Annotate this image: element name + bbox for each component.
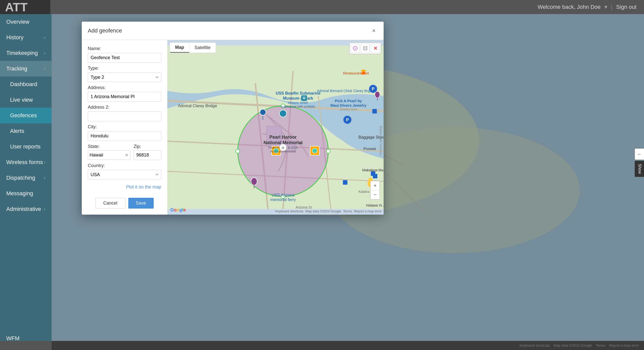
zip-col: Zip: bbox=[134, 144, 161, 160]
sidebar-item-dashboard[interactable]: Dashboard bbox=[0, 76, 52, 92]
address-label: Address: bbox=[88, 85, 161, 90]
city-input[interactable] bbox=[88, 131, 161, 141]
address2-input[interactable] bbox=[88, 111, 161, 121]
type-label: Type: bbox=[88, 66, 161, 71]
svg-text:memorial ferry: memorial ferry bbox=[270, 198, 296, 202]
sidebar: Overview History › Timekeeping › Trackin… bbox=[0, 14, 52, 350]
address-input[interactable] bbox=[88, 92, 161, 102]
svg-point-6 bbox=[354, 48, 356, 49]
map-svg: USS Bowfin Submarine Museum & Park Histo… bbox=[167, 40, 384, 215]
sidebar-item-dispatching[interactable]: Dispatching › bbox=[0, 170, 52, 186]
sidebar-label-overview: Overview bbox=[6, 19, 29, 25]
city-label: City: bbox=[88, 124, 161, 130]
signout-link[interactable]: Sign out bbox=[616, 4, 636, 10]
terms-link[interactable]: Terms bbox=[343, 209, 352, 213]
svg-text:USS Arizona: USS Arizona bbox=[272, 193, 295, 197]
country-field-group: Country: USA Canada Mexico bbox=[88, 163, 161, 179]
welcome-dropdown-icon[interactable]: ▾ bbox=[605, 4, 607, 10]
sidebar-item-tracking[interactable]: Tracking › bbox=[0, 61, 52, 76]
app-container: ATT Welcome back, John Doe ▾ | Sign out … bbox=[0, 0, 644, 350]
svg-text:USS Bowfin Submarine: USS Bowfin Submarine bbox=[276, 91, 320, 95]
sidebar-label-dashboard: Dashboard bbox=[10, 81, 37, 88]
svg-text:Maui Divers Jewelry: Maui Divers Jewelry bbox=[330, 103, 367, 107]
back-arrow-button[interactable]: ← bbox=[635, 148, 644, 160]
type-select[interactable]: Type 1 Type 2 Type 3 bbox=[88, 72, 161, 82]
zip-input[interactable] bbox=[134, 150, 161, 160]
state-clear-icon[interactable]: ✕ bbox=[123, 153, 130, 158]
state-col: State: Hawaii Alaska California ✕ bbox=[88, 144, 131, 160]
show-button[interactable]: Show bbox=[635, 161, 644, 177]
svg-text:Puuwai: Puuwai bbox=[364, 146, 376, 151]
state-label: State: bbox=[88, 144, 131, 149]
app-logo: ATT bbox=[5, 0, 28, 14]
chevron-right-icon: › bbox=[44, 176, 45, 180]
chevron-right-icon: › bbox=[44, 51, 45, 55]
keyboard-shortcuts[interactable]: Keyboard shortcuts bbox=[275, 209, 303, 213]
google-logo: Google bbox=[170, 207, 186, 213]
chevron-right-icon: › bbox=[44, 207, 45, 211]
sidebar-label-user-reports: User reports bbox=[10, 143, 41, 150]
top-separator: | bbox=[611, 4, 613, 10]
modal-title: Add geofence bbox=[88, 27, 122, 34]
map-panel: Map Satellite bbox=[167, 40, 384, 215]
svg-text:Battery Park Underpa...: Battery Park Underpa... bbox=[379, 126, 383, 158]
svg-text:Halawa Vi...: Halawa Vi... bbox=[366, 203, 384, 207]
chevron-right-icon: › bbox=[44, 160, 45, 165]
plot-on-map-link[interactable]: Plot it on the map bbox=[88, 184, 161, 190]
sidebar-label-timekeeping: Timekeeping bbox=[6, 50, 38, 56]
zoom-in-button[interactable]: + bbox=[371, 181, 380, 190]
svg-text:Museum & Park: Museum & Park bbox=[283, 96, 313, 100]
sidebar-item-user-reports[interactable]: User reports bbox=[0, 139, 52, 154]
sidebar-item-overview[interactable]: Overview bbox=[0, 14, 52, 30]
sidebar-item-administrative[interactable]: Administrative › bbox=[0, 201, 52, 217]
top-bar-right: Welcome back, John Doe ▾ | Sign out bbox=[538, 4, 636, 10]
right-panel: ← Show bbox=[635, 148, 644, 177]
address2-label: Address 2: bbox=[88, 105, 161, 110]
cancel-button[interactable]: Cancel bbox=[95, 198, 125, 209]
svg-text:Admiral Bernard Chick Clarey B: Admiral Bernard Chick Clarey Brg bbox=[317, 89, 370, 93]
delete-tool-button[interactable]: ✕ bbox=[371, 44, 380, 53]
chevron-right-icon: › bbox=[44, 66, 45, 71]
svg-text:♻: ♻ bbox=[281, 146, 285, 150]
sidebar-item-alerts[interactable]: Alerts bbox=[0, 123, 52, 139]
save-button[interactable]: Save bbox=[128, 198, 154, 209]
map-zoom-controls: + − bbox=[370, 181, 380, 200]
sidebar-item-history[interactable]: History › bbox=[0, 30, 52, 45]
sidebar-item-wireless-forms[interactable]: Wireless forms › bbox=[0, 154, 52, 170]
svg-point-61 bbox=[251, 178, 257, 185]
country-select[interactable]: USA Canada Mexico bbox=[88, 170, 161, 179]
svg-point-27 bbox=[312, 148, 317, 153]
address2-field-group: Address 2: bbox=[88, 105, 161, 121]
sidebar-label-messaging: Messaging bbox=[6, 190, 33, 197]
add-geofence-modal: Add geofence × Name: Type: bbox=[82, 22, 384, 215]
zoom-out-button[interactable]: − bbox=[371, 190, 380, 199]
sidebar-item-live-view[interactable]: Live view bbox=[0, 92, 52, 108]
country-label: Country: bbox=[88, 163, 161, 168]
svg-text:Jewelry store: Jewelry store bbox=[340, 108, 357, 111]
svg-rect-54 bbox=[372, 109, 377, 113]
name-field-group: Name: bbox=[88, 46, 161, 63]
sidebar-item-messaging[interactable]: Messaging bbox=[0, 186, 52, 201]
form-panel: Name: Type: Type 1 Type 2 Type 3 bbox=[82, 40, 167, 215]
modal-close-button[interactable]: × bbox=[370, 26, 378, 35]
svg-rect-7 bbox=[364, 47, 367, 50]
name-input[interactable] bbox=[88, 53, 161, 63]
sidebar-item-timekeeping[interactable]: Timekeeping › bbox=[0, 45, 52, 61]
content-area: Add geofence × Name: Type: bbox=[52, 14, 644, 350]
report-error-link[interactable]: Report a map error bbox=[354, 209, 382, 213]
svg-point-51 bbox=[260, 109, 266, 115]
top-bar: ATT Welcome back, John Doe ▾ | Sign out bbox=[0, 0, 644, 14]
polygon-tool-button[interactable] bbox=[361, 44, 370, 53]
map-toolbar: ✕ bbox=[349, 43, 381, 54]
welcome-text: Welcome back, John Doe bbox=[538, 4, 600, 10]
svg-text:submarine with exhibits: submarine with exhibits bbox=[281, 105, 315, 108]
state-select[interactable]: Hawaii Alaska California bbox=[88, 150, 123, 160]
svg-text:P: P bbox=[346, 118, 349, 122]
sidebar-label-alerts: Alerts bbox=[10, 128, 24, 134]
circle-tool-button[interactable] bbox=[351, 44, 360, 53]
tab-satellite[interactable]: Satellite bbox=[189, 43, 216, 53]
tab-map[interactable]: Map bbox=[170, 43, 189, 53]
sidebar-label-geofences: Geofences bbox=[10, 112, 37, 119]
state-select-wrapper: Hawaii Alaska California ✕ bbox=[88, 150, 131, 160]
sidebar-item-geofences[interactable]: Geofences bbox=[0, 108, 52, 123]
